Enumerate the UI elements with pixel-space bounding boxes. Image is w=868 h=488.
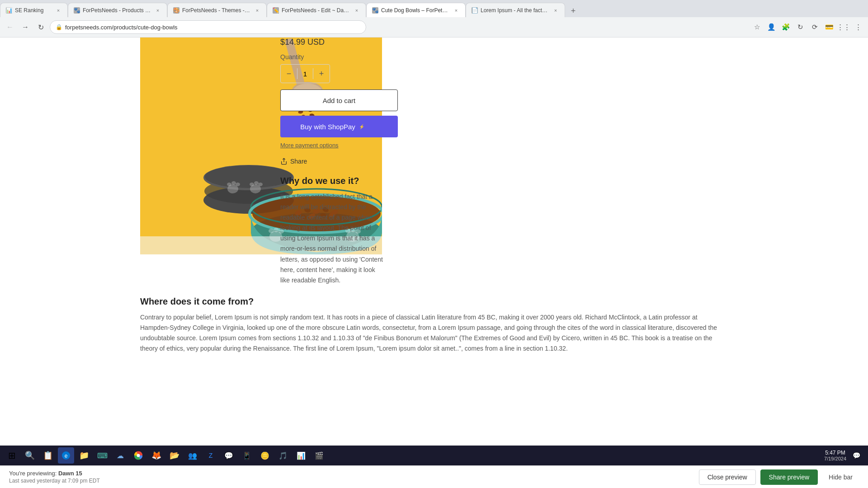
task-view-button[interactable]: 📋 bbox=[40, 447, 56, 464]
excel-icon[interactable]: 📊 bbox=[293, 447, 309, 464]
tab-favicon-6: 📄 bbox=[472, 7, 478, 14]
product-image-column bbox=[0, 38, 258, 286]
tab-title-4: ForPetsNeeds - Edit ~ Dawn 15 bbox=[282, 7, 350, 14]
tab-close-2[interactable]: × bbox=[154, 7, 161, 14]
taskbar-time: 5:47 PM 7/19/2024 bbox=[824, 450, 846, 461]
address-bar-row: ← → ↻ 🔒 forpetsneeds.com/products/cute-d… bbox=[0, 17, 868, 37]
close-preview-button[interactable]: Close preview bbox=[699, 469, 756, 485]
browser-chrome: 📊 SE Ranking × 🐾 ForPetsNeeds - Products… bbox=[0, 0, 868, 38]
tab-se-ranking[interactable]: 📊 SE Ranking × bbox=[0, 3, 68, 17]
svg-point-23 bbox=[236, 183, 240, 186]
discord-icon[interactable]: 💬 bbox=[221, 447, 237, 464]
url-text: forpetsneeds.com/products/cute-dog-bowls bbox=[65, 24, 178, 31]
zoom-icon[interactable]: Z bbox=[203, 447, 219, 464]
bottom-text-section: Where does it come from? Contrary to pop… bbox=[0, 286, 868, 365]
share-icon bbox=[280, 158, 288, 165]
share-preview-button[interactable]: Share preview bbox=[760, 469, 818, 485]
tab-favicon-1: 📊 bbox=[6, 7, 12, 14]
section2-text: Contrary to popular belief, Lorem Ipsum … bbox=[140, 312, 728, 354]
product-info-column: $14.99 USD Quantity − 1 + Add to cart Bu… bbox=[258, 38, 398, 286]
tab-close-3[interactable]: × bbox=[254, 7, 261, 14]
apps-icon[interactable]: ⋮⋮ bbox=[837, 21, 850, 33]
reload-button[interactable]: ↻ bbox=[34, 21, 47, 33]
svg-point-21 bbox=[227, 183, 231, 186]
lock-icon: 🔒 bbox=[56, 24, 62, 30]
taskbar-date: 7/19/2024 bbox=[824, 456, 846, 461]
buy-now-button[interactable]: Buy with ShopPay ⚡ bbox=[280, 116, 398, 137]
firefox-icon[interactable]: 🦊 bbox=[148, 447, 165, 464]
quantity-increase-button[interactable]: + bbox=[313, 65, 330, 83]
svg-point-25 bbox=[250, 183, 254, 186]
extension-icon[interactable]: 🧩 bbox=[779, 21, 792, 33]
content-wrapper: $14.99 USD Quantity − 1 + Add to cart Bu… bbox=[0, 38, 868, 365]
shoppay-logo-icon: ⚡ bbox=[359, 123, 378, 130]
tab-close-6[interactable]: × bbox=[552, 7, 559, 14]
add-to-cart-button[interactable]: Add to cart bbox=[280, 89, 398, 111]
new-tab-button[interactable]: + bbox=[567, 5, 580, 17]
add-to-cart-label: Add to cart bbox=[323, 97, 356, 104]
start-button[interactable]: ⊞ bbox=[4, 447, 20, 464]
tab-close-4[interactable]: × bbox=[353, 7, 360, 14]
tab-favicon-2: 🐾 bbox=[74, 7, 80, 14]
file-explorer-icon[interactable]: 📁 bbox=[76, 447, 92, 464]
profile-icon[interactable]: 👤 bbox=[765, 21, 778, 33]
quantity-value: 1 bbox=[297, 70, 313, 78]
back-button[interactable]: ← bbox=[4, 21, 16, 33]
notification-icon[interactable]: 💬 bbox=[848, 447, 864, 464]
history-icon[interactable]: ⟳ bbox=[808, 21, 821, 33]
section1-text: It is a long established fact that a rea… bbox=[280, 192, 384, 286]
tab-title-2: ForPetsNeeds - Products - Cute... bbox=[83, 7, 151, 14]
more-tools-icon[interactable]: ⋮ bbox=[852, 21, 864, 33]
quantity-control: − 1 + bbox=[280, 64, 330, 83]
chrome-icon[interactable] bbox=[130, 447, 146, 464]
taskbar: ⊞ 🔍 📋 e 📁 ⌨ ☁ 🦊 📂 👥 Z 💬 📱 🪙 🎵 📊 🎬 5:47 P… bbox=[0, 446, 868, 465]
edge-browser-icon: e bbox=[61, 451, 71, 460]
tab-title-5: Cute Dog Bowls – ForPetsNee... bbox=[381, 7, 450, 14]
page-scroll-area: $14.99 USD Quantity − 1 + Add to cart Bu… bbox=[0, 38, 868, 446]
address-bar[interactable]: 🔒 forpetsneeds.com/products/cute-dog-bow… bbox=[50, 20, 366, 34]
tab-favicon-3: 🎨 bbox=[173, 7, 179, 14]
product-price: $14.99 USD bbox=[280, 38, 384, 47]
tab-favicon-4: ✏️ bbox=[273, 7, 279, 14]
search-taskbar-button[interactable]: 🔍 bbox=[22, 447, 38, 464]
tab-forpetsneeds-themes[interactable]: 🎨 ForPetsNeeds - Themes - Shop... × bbox=[167, 3, 267, 17]
edge-icon[interactable]: e bbox=[58, 447, 74, 464]
quantity-decrease-button[interactable]: − bbox=[281, 65, 297, 83]
previewing-label: You're previewing: bbox=[9, 470, 57, 477]
premiere-icon[interactable]: 🎬 bbox=[311, 447, 327, 464]
clock-time: 5:47 PM bbox=[824, 450, 846, 456]
more-payment-options[interactable]: More payment options bbox=[280, 142, 384, 149]
share-button[interactable]: Share bbox=[280, 158, 384, 165]
teams-icon[interactable]: 👥 bbox=[184, 447, 201, 464]
share-label: Share bbox=[290, 158, 307, 165]
bookmark-icon[interactable]: ☆ bbox=[750, 21, 763, 33]
tab-cute-dog-bowls[interactable]: 🐾 Cute Dog Bowls – ForPetsNee... × bbox=[366, 3, 466, 17]
tab-bar: 📊 SE Ranking × 🐾 ForPetsNeeds - Products… bbox=[0, 0, 868, 17]
svg-point-55 bbox=[137, 454, 140, 457]
hide-bar-button[interactable]: Hide bar bbox=[822, 470, 859, 484]
coin-icon[interactable]: 🪙 bbox=[257, 447, 273, 464]
section2-title: Where does it come from? bbox=[140, 296, 728, 307]
whatsapp-icon[interactable]: 📱 bbox=[239, 447, 255, 464]
theme-name: Dawn 15 bbox=[58, 470, 82, 477]
tab-close-1[interactable]: × bbox=[55, 7, 62, 14]
azure-icon[interactable]: ☁ bbox=[112, 447, 128, 464]
spotify-icon[interactable]: 🎵 bbox=[275, 447, 291, 464]
tab-forpetsneeds-edit[interactable]: ✏️ ForPetsNeeds - Edit ~ Dawn 15 × bbox=[267, 3, 366, 17]
tab-title-3: ForPetsNeeds - Themes - Shop... bbox=[182, 7, 251, 14]
tab-close-5[interactable]: × bbox=[453, 7, 460, 14]
refresh-icon[interactable]: ↻ bbox=[794, 21, 807, 33]
svg-point-22 bbox=[231, 181, 236, 185]
wallet-icon[interactable]: 💳 bbox=[823, 21, 835, 33]
tab-title-6: Lorem Ipsum - All the facts - Lo... bbox=[481, 7, 549, 14]
tab-forpetsneeds-products[interactable]: 🐾 ForPetsNeeds - Products - Cute... × bbox=[68, 3, 167, 17]
vscode-icon[interactable]: ⌨ bbox=[94, 447, 110, 464]
buy-now-label: Buy with ShopPay bbox=[300, 123, 355, 131]
svg-text:e: e bbox=[65, 453, 68, 459]
top-section: $14.99 USD Quantity − 1 + Add to cart Bu… bbox=[0, 38, 868, 286]
explorer-icon2[interactable]: 📂 bbox=[166, 447, 183, 464]
preview-bar-actions: Close preview Share preview Hide bar bbox=[699, 469, 859, 485]
chrome-browser-icon bbox=[134, 451, 143, 460]
tab-lorem-ipsum[interactable]: 📄 Lorem Ipsum - All the facts - Lo... × bbox=[466, 3, 565, 17]
forward-button[interactable]: → bbox=[19, 21, 32, 33]
